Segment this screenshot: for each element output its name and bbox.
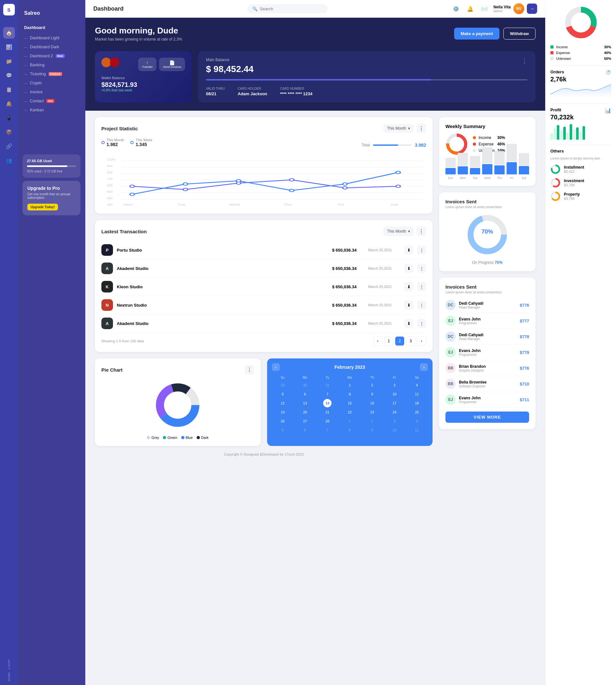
withdraw-button[interactable]: Withdraw — [503, 28, 535, 40]
trans-download-button[interactable]: ⬇ — [404, 301, 413, 310]
sidebar-item-dashboard-dark[interactable]: — Dashboard Dark — [18, 42, 85, 51]
cal-day[interactable]: 9 — [368, 390, 376, 398]
sidebar-icon-home[interactable]: 🏠 — [3, 27, 15, 39]
cal-day[interactable]: 5 — [279, 390, 287, 398]
trans-download-button[interactable]: ⬇ — [404, 282, 413, 291]
cal-day[interactable]: 23 — [368, 408, 376, 416]
sidebar-item-invoice[interactable]: — Invoice — [18, 88, 85, 96]
transaction-menu-button[interactable]: ⋮ — [416, 226, 426, 236]
sidebar-item-dashboard2[interactable]: — Dashboard 2 New — [18, 51, 85, 61]
cal-day[interactable]: 29 — [279, 381, 287, 389]
cal-day[interactable]: 26 — [279, 417, 287, 425]
cal-day[interactable]: 7 — [323, 426, 331, 434]
sidebar-icon-list[interactable]: 📋 — [3, 84, 15, 95]
project-stat-menu-button[interactable]: ⋮ — [416, 124, 426, 133]
nav-dashboard-header[interactable]: Dashboard — [18, 23, 85, 32]
cal-day[interactable]: 7 — [323, 390, 331, 398]
sidebar-item-contact[interactable]: — Contact Hot — [18, 96, 85, 106]
cal-day[interactable]: 15 — [346, 399, 354, 407]
page-3-button[interactable]: 3 — [406, 336, 415, 346]
trans-more-button[interactable]: ⋮ — [417, 264, 426, 273]
upgrade-button[interactable]: Upgrade Today! — [27, 204, 58, 211]
cal-day[interactable]: 18 — [413, 399, 421, 407]
sidebar-icon-package[interactable]: 📦 — [3, 126, 15, 138]
sidebar-icon-chat[interactable]: 💬 — [3, 69, 15, 81]
cal-day[interactable]: 2 — [368, 381, 376, 389]
search-input[interactable] — [260, 6, 318, 11]
sidebar-item-ticketing[interactable]: — Ticketing Feature — [18, 69, 85, 79]
cal-day[interactable]: 24 — [390, 408, 399, 416]
cal-day[interactable]: 11 — [413, 426, 421, 434]
balance-more-icon[interactable]: ⋮ — [522, 58, 528, 79]
send-invoices-button[interactable]: 📄 Send Invoices — [159, 58, 185, 71]
page-1-button[interactable]: 1 — [384, 336, 393, 346]
cal-day[interactable]: 1 — [346, 417, 354, 425]
settings-icon[interactable]: ⚙️ — [451, 3, 461, 14]
cal-day[interactable]: 17 — [390, 399, 399, 407]
sidebar-icon-chart[interactable]: 📊 — [3, 41, 15, 53]
trans-download-button[interactable]: ⬇ — [404, 319, 413, 328]
cal-day[interactable]: 13 — [301, 399, 309, 407]
cal-day[interactable]: 22 — [346, 408, 354, 416]
page-next-button[interactable]: › — [417, 336, 426, 346]
cal-day[interactable]: 4 — [413, 381, 421, 389]
transaction-dropdown[interactable]: This Month ▾ — [383, 226, 414, 236]
cal-day[interactable]: 25 — [413, 408, 421, 416]
notification-icon[interactable]: 🔔 — [465, 3, 475, 14]
cal-day[interactable]: 3 — [390, 381, 399, 389]
cal-day[interactable]: 4 — [413, 417, 421, 425]
trans-more-button[interactable]: ⋮ — [417, 301, 426, 310]
sidebar-item-crypto[interactable]: — Crypto — [18, 79, 85, 88]
trans-more-button[interactable]: ⋮ — [417, 319, 426, 328]
cal-day[interactable]: 3 — [390, 417, 399, 425]
cal-day[interactable]: 6 — [301, 390, 309, 398]
mail-icon[interactable]: ✉️ — [479, 3, 489, 14]
trans-more-button[interactable]: ⋮ — [417, 282, 426, 291]
cal-day[interactable]: 11 — [413, 390, 421, 398]
search-box[interactable]: 🔍 — [247, 4, 328, 14]
cal-day[interactable]: 20 — [301, 408, 309, 416]
calendar-next-button[interactable]: › — [420, 363, 428, 371]
view-more-button[interactable]: VIEW MORE — [445, 412, 529, 423]
cal-day[interactable]: 8 — [346, 426, 354, 434]
make-payment-button[interactable]: Make a payment — [454, 28, 499, 40]
sidebar-item-dashboard-light[interactable]: — Dashboard Light — [18, 34, 85, 42]
calendar-prev-button[interactable]: ‹ — [272, 363, 280, 371]
trans-more-button[interactable]: ⋮ — [417, 245, 426, 255]
cal-day[interactable]: 31 — [323, 381, 331, 389]
cal-day[interactable]: 27 — [301, 417, 309, 425]
page-2-button[interactable]: 2 — [395, 336, 404, 346]
sidebar-icon-users[interactable]: 👥 — [3, 154, 15, 166]
cal-day[interactable]: 1 — [346, 381, 354, 389]
sidebar-icon-folder[interactable]: 📁 — [3, 56, 15, 67]
sidebar-icon-bell[interactable]: 🔔 — [3, 98, 15, 109]
transfer-button[interactable]: ↑ Transfer — [138, 58, 156, 71]
cal-day[interactable]: 5 — [279, 426, 287, 434]
sidebar-icon-link[interactable]: 🔗 — [3, 140, 15, 152]
cal-day[interactable]: 9 — [368, 426, 376, 434]
cal-day[interactable]: 16 — [368, 399, 376, 407]
trans-download-button[interactable]: ⬇ — [404, 245, 413, 255]
sidebar-icon-phone[interactable]: 📱 — [3, 112, 15, 124]
sidebar-item-kanban[interactable]: — Kanban — [18, 106, 85, 114]
cal-day[interactable]: 21 — [323, 408, 331, 416]
cal-day[interactable]: 2 — [368, 417, 376, 425]
cal-day[interactable]: 28 — [323, 417, 331, 425]
nav-arrow-button[interactable]: → — [527, 3, 537, 14]
cal-day-today[interactable]: 14 — [323, 399, 331, 407]
cal-day[interactable]: 6 — [301, 426, 309, 434]
sidebar-item-banking[interactable]: — Banking — [18, 61, 85, 69]
cal-day[interactable]: 10 — [390, 390, 399, 398]
trans-download-button[interactable]: ⬇ — [404, 264, 413, 273]
cal-day[interactable]: 19 — [279, 408, 287, 416]
cal-day[interactable]: 8 — [346, 390, 354, 398]
project-stat-dropdown[interactable]: This Month ▾ — [383, 124, 414, 133]
app-logo[interactable]: S — [3, 4, 15, 16]
pie-menu-button[interactable]: ⋮ — [245, 365, 254, 375]
cal-day[interactable]: 30 — [301, 381, 309, 389]
avatar[interactable]: NV — [513, 3, 524, 14]
cal-day[interactable]: 10 — [390, 426, 399, 434]
cal-day[interactable]: 12 — [279, 399, 287, 407]
balance-label: Main Balance — [206, 58, 254, 62]
page-prev-button[interactable]: ‹ — [373, 336, 382, 346]
